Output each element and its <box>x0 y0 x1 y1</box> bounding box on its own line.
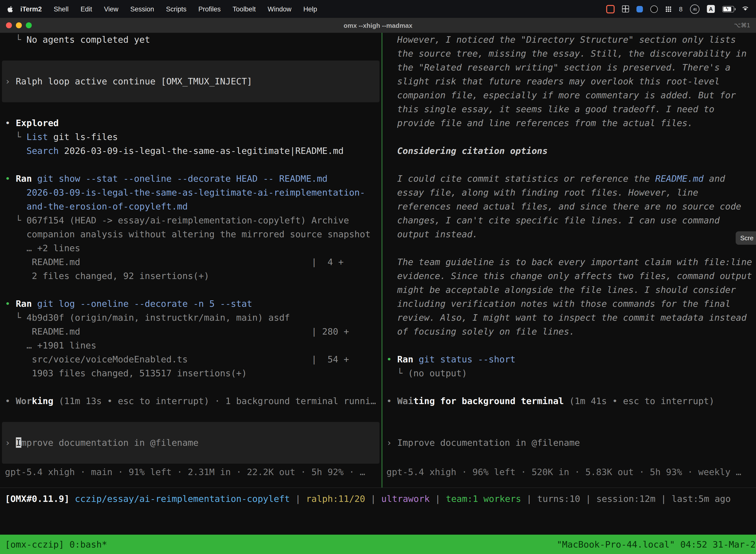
menu-item-scripts[interactable]: Scripts <box>166 5 187 13</box>
tmux-session-window: [omx-cczip] 0:bash* <box>5 539 107 550</box>
terminal-line: Considering citation options <box>382 144 756 158</box>
terminal-blank-line <box>0 158 381 172</box>
menu-item-view[interactable]: View <box>104 5 118 13</box>
terminal-blank-line <box>382 408 756 422</box>
blue-app-icon[interactable] <box>636 6 643 12</box>
terminal-line: └ List git ls-files <box>0 130 381 144</box>
terminal-line: However, I noticed the "Directory Struct… <box>382 33 756 47</box>
menu-item-session[interactable]: Session <box>130 5 154 13</box>
text-segment: Wor <box>16 396 32 406</box>
text-segment <box>5 201 26 212</box>
terminal-line: └ 067f154 (HEAD -> essay/ai-reimplementa… <box>0 214 381 227</box>
grid-icon[interactable] <box>622 5 629 12</box>
menu-item-shell[interactable]: Shell <box>54 5 69 13</box>
text-segment: essay file, along with finding root file… <box>386 187 698 198</box>
right-terminal-pane[interactable]: However, I noticed the "Directory Struct… <box>382 33 756 488</box>
terminal-line: └ 4b9d30f (origin/main, instructkr/main,… <box>0 311 381 325</box>
terminal-line: • Waiting for background terminal (1m 41… <box>382 394 756 408</box>
terminal-line: └ No agents completed yet <box>0 33 381 47</box>
text-segment: git status --short <box>419 354 515 365</box>
terminal-line: › Ralph loop active continue [OMX_TMUX_I… <box>2 74 379 88</box>
terminal-blank-line <box>0 47 381 61</box>
menu-item-toolbelt[interactable]: Toolbelt <box>233 5 256 13</box>
gauge-icon[interactable]: .61 <box>690 4 699 14</box>
close-button[interactable] <box>6 22 12 28</box>
left-terminal-pane[interactable]: └ No agents completed yet› Ralph loop ac… <box>0 33 381 488</box>
window-shortcut-badge: ⌥⌘1 <box>734 22 750 29</box>
text-segment: king <box>32 396 53 406</box>
menu-item-help[interactable]: Help <box>303 5 317 13</box>
text-segment: companion file, especially if more comme… <box>386 90 736 100</box>
text-segment: git log --oneline --decorate -n 5 --stat <box>37 298 252 309</box>
text-segment: Ran <box>16 173 32 184</box>
menu-item-edit[interactable]: Edit <box>81 5 92 13</box>
omx-status-segment: last:5m ago <box>672 493 731 504</box>
text-segment: references need actual files, and since … <box>386 201 741 212</box>
text-segment: Search <box>26 146 59 156</box>
prompt-input[interactable]: › Improve documentation in @filename <box>2 422 379 464</box>
omx-status-segment: | <box>430 493 446 504</box>
terminal-line: of focusing solely on file lines. <box>382 325 756 339</box>
omx-status-segment: | <box>521 493 537 504</box>
terminal-line: The team guideline is to back every impo… <box>382 255 756 269</box>
text-segment: Considering citation options <box>386 146 548 156</box>
screen-recording-icon[interactable] <box>606 5 615 13</box>
traffic-lights <box>6 22 32 28</box>
figure-icon[interactable]: 8 <box>679 6 683 12</box>
terminal-line: slight risk that future readers may over… <box>382 74 756 88</box>
menu-item-window[interactable]: Window <box>268 5 292 13</box>
input-source-icon[interactable]: A <box>707 5 715 13</box>
terminal-blank-line <box>382 158 756 172</box>
terminal-line: I could cite commit statistics or refere… <box>382 172 756 186</box>
round-app-icon[interactable] <box>650 5 658 13</box>
wifi-icon[interactable] <box>742 5 749 13</box>
terminal-line: might be acceptable alongside the file l… <box>382 283 756 297</box>
terminal-line: README.md | 280 + <box>0 325 381 339</box>
terminal-line: this single essay, it seems like a good … <box>382 102 756 116</box>
menu-item-profiles[interactable]: Profiles <box>198 5 221 13</box>
prompt-input[interactable]: › Improve documentation in @filename <box>384 422 754 464</box>
terminal-blank-line <box>382 241 756 255</box>
terminal-line: companion analysis without altering the … <box>0 227 381 241</box>
terminal-blank-line <box>0 408 381 422</box>
menu-items: ShellEditViewSessionScriptsProfilesToolb… <box>54 5 317 13</box>
text-segment: › <box>386 437 397 448</box>
screen: iTerm2 ShellEditViewSessionScriptsProfil… <box>0 0 756 554</box>
omx-status-segment: [OMX#0.11.9] <box>5 493 75 504</box>
text-segment: and-the-erosion-of-copyleft.md <box>26 201 188 212</box>
terminal-line: references need actual files, and since … <box>382 200 756 214</box>
text-segment: › <box>5 76 16 87</box>
text-segment: of focusing solely on file lines. <box>386 326 575 337</box>
terminal-line: provide file and line references from th… <box>382 116 756 130</box>
terminal-line: … +2 lines <box>0 241 381 255</box>
terminal-line: output instead. <box>382 227 756 241</box>
text-segment: gpt-5.4 xhigh · 96% left · 520K in · 5.8… <box>386 466 741 477</box>
text-segment: I <box>16 437 21 448</box>
text-segment: ting for background terminal <box>413 396 564 406</box>
terminal-line: src/voice/voiceModeEnabled.ts | 54 + <box>0 352 381 366</box>
text-segment: • <box>5 396 16 406</box>
terminal-line: and-the-erosion-of-copyleft.md <box>0 200 381 214</box>
model-status-line: gpt-5.4 xhigh · main · 91% left · 2.31M … <box>0 465 381 479</box>
terminal-blank-line <box>0 102 381 116</box>
terminal-line: changes, I can't cite specific file line… <box>382 214 756 227</box>
menu-app-name[interactable]: iTerm2 <box>20 5 42 13</box>
terminal-line: README.md | 4 + <box>0 255 381 269</box>
text-segment: Improve documentation in @filename <box>397 437 580 448</box>
minimize-button[interactable] <box>16 22 22 28</box>
terminal-line: • Explored <box>0 116 381 130</box>
text-segment: └ <box>5 215 26 225</box>
omx-status-segment: | <box>655 493 672 504</box>
apple-menu-icon[interactable] <box>7 5 13 13</box>
zoom-button[interactable] <box>26 22 32 28</box>
terminal-line: review. Also, I might want to inspect th… <box>382 311 756 325</box>
text-segment: (no output) <box>408 368 467 378</box>
terminal-line: companion file, especially if more comme… <box>382 88 756 102</box>
terminal-blank-line <box>382 130 756 144</box>
apps-grid-icon[interactable] <box>665 6 672 12</box>
window-title-bar[interactable]: omx --xhigh --madmax ⌥⌘1 <box>0 18 756 33</box>
text-segment: … +2 lines <box>5 243 80 253</box>
battery-icon[interactable]: ϟ <box>722 6 734 12</box>
terminal-line: › Improve documentation in @filename <box>384 436 754 450</box>
terminal-line: evidence. Since this change only affects… <box>382 269 756 283</box>
